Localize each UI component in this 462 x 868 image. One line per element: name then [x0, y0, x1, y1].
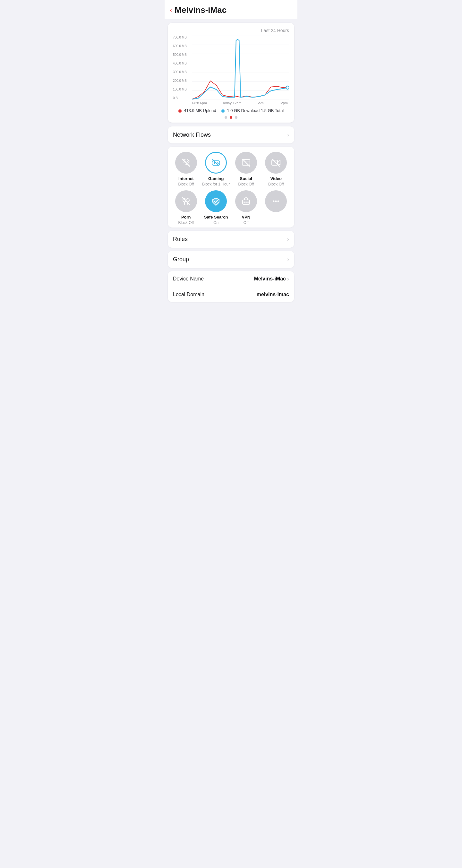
back-button[interactable]: ‹ [170, 7, 172, 14]
svg-point-33 [275, 200, 277, 202]
porn-sublabel: Block Off [178, 220, 194, 225]
control-video[interactable]: Video Block Off [262, 152, 291, 186]
svg-point-34 [278, 200, 279, 202]
vpn-icon-circle [235, 190, 257, 212]
device-info-section: Device Name Melvins-iMac › Local Domain … [168, 271, 294, 302]
chart-y-axis: 700.0 MB 600.0 MB 500.0 MB 400.0 MB 300.… [173, 36, 192, 100]
svg-point-30 [245, 202, 247, 203]
svg-point-15 [218, 163, 219, 164]
vpn-sublabel: Off [244, 220, 249, 225]
rules-chevron: › [287, 236, 289, 243]
chart-svg-area [192, 36, 289, 100]
control-social[interactable]: Social Block Off [232, 152, 260, 186]
group-row[interactable]: Group › [168, 251, 294, 268]
group-label: Group [173, 256, 189, 263]
social-icon-circle [235, 152, 257, 174]
svg-point-32 [273, 200, 275, 202]
control-more[interactable] [262, 190, 291, 225]
safesearch-icon-circle [205, 190, 227, 212]
device-name-row[interactable]: Device Name Melvins-iMac › [168, 271, 294, 287]
chart-card: Last 24 Hours 700.0 MB 600.0 MB 500.0 MB… [168, 23, 294, 123]
rules-label: Rules [173, 236, 188, 243]
video-label: Video [271, 176, 282, 181]
gaming-icon-circle [205, 152, 227, 174]
porn-icon-circle [175, 190, 197, 212]
porn-label: Porn [181, 215, 191, 220]
network-flows-row[interactable]: Network Flows › [168, 126, 294, 144]
internet-label: Internet [178, 176, 194, 181]
control-safesearch[interactable]: Safe Search On [202, 190, 231, 225]
internet-icon-circle [175, 152, 197, 174]
local-domain-key: Local Domain [173, 292, 204, 298]
video-sublabel: Block Off [268, 182, 284, 186]
more-icon-circle [265, 190, 287, 212]
local-domain-value: melvins-imac [257, 292, 289, 298]
svg-point-31 [247, 202, 249, 203]
chart-page-dots [173, 116, 289, 119]
gaming-sublabel: Block for 1 Hour [202, 182, 230, 186]
download-dot [221, 110, 224, 113]
download-legend: 1.0 GB Download 1.5 GB Total [221, 108, 284, 113]
svg-point-29 [244, 202, 245, 203]
group-chevron: › [287, 256, 289, 263]
control-gaming[interactable]: Gaming Block for 1 Hour [202, 152, 231, 186]
chart-legend: 413.9 MB Upload 1.0 GB Download 1.5 GB T… [173, 108, 289, 113]
safesearch-label: Safe Search [204, 215, 228, 220]
svg-point-8 [286, 86, 289, 89]
page-dot-1[interactable] [224, 116, 227, 119]
chart-x-axis: 6/28 6pm Today 12am 6am 12pm [173, 101, 289, 105]
safesearch-sublabel: On [213, 220, 218, 225]
internet-sublabel: Block Off [178, 182, 194, 186]
device-name-key: Device Name [173, 276, 204, 282]
page-dot-3[interactable] [235, 116, 238, 119]
network-flows-label: Network Flows [173, 131, 211, 138]
upload-legend: 413.9 MB Upload [178, 108, 216, 113]
local-domain-row: Local Domain melvins-imac [168, 287, 294, 302]
controls-card: Internet Block Off Gaming Block for 1 Ho… [168, 147, 294, 227]
control-vpn[interactable]: VPN Off [232, 190, 260, 225]
video-icon-circle [265, 152, 287, 174]
page-title: Melvins-iMac [175, 5, 226, 15]
control-porn[interactable]: Porn Block Off [172, 190, 201, 225]
upload-dot [178, 110, 182, 113]
svg-point-14 [217, 162, 218, 163]
page-dot-2[interactable] [230, 116, 232, 119]
gaming-label: Gaming [208, 176, 224, 181]
device-name-value: Melvins-iMac › [254, 276, 289, 282]
social-label: Social [240, 176, 252, 181]
social-sublabel: Block Off [238, 182, 254, 186]
controls-grid: Internet Block Off Gaming Block for 1 Ho… [171, 152, 291, 225]
rules-row[interactable]: Rules › [168, 231, 294, 248]
header: ‹ Melvins-iMac [164, 0, 298, 19]
network-flows-chevron: › [287, 131, 289, 138]
control-internet[interactable]: Internet Block Off [172, 152, 201, 186]
device-name-chevron: › [287, 276, 289, 282]
chart-period-label: Last 24 Hours [173, 28, 289, 33]
vpn-label: VPN [242, 215, 250, 220]
svg-point-10 [185, 164, 187, 165]
